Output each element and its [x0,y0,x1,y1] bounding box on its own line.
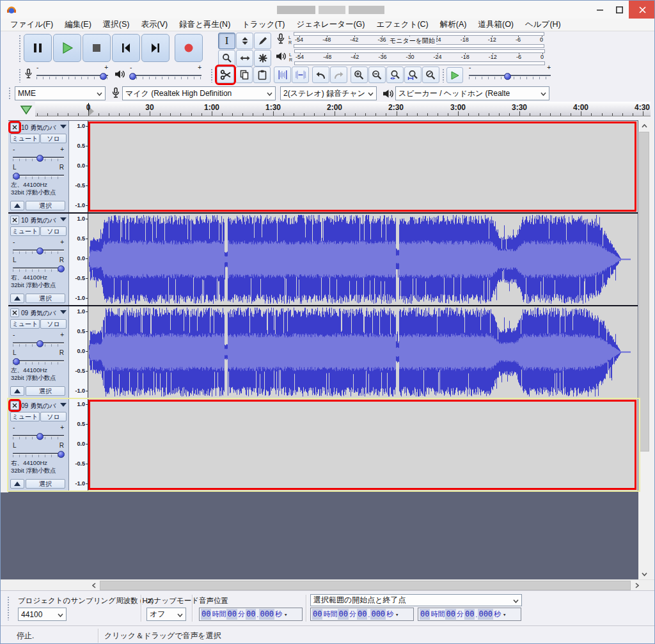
track-close-button[interactable] [10,401,19,410]
envelope-tool-button[interactable] [236,33,253,49]
skip-to-start-button[interactable] [112,34,140,62]
gain-slider[interactable]: - + [13,431,64,440]
selection-range-select[interactable]: 選択範囲の開始点と終了点 [310,594,522,606]
track-menu-arrow-icon[interactable] [60,125,67,129]
close-button[interactable] [629,1,655,19]
track-name[interactable]: 10 勇気のバ [21,216,59,225]
cut-button[interactable] [217,67,234,83]
vertical-scrollbar[interactable] [638,120,650,579]
vertical-scale-ruler[interactable]: 1.00.50.0-0.5-1.0 [69,121,88,212]
record-volume-slider[interactable]: - + [36,71,108,80]
select-button[interactable]: 選択 [26,294,65,303]
draw-tool-button[interactable] [254,33,271,49]
time-digits[interactable]: 00 [357,609,367,620]
toolbar-grip[interactable] [19,68,21,82]
menu-item[interactable]: ヘルプ(H) [519,18,567,31]
track-menu-arrow-icon[interactable] [60,310,67,314]
collapse-button[interactable] [10,479,24,489]
solo-button[interactable]: ソロ [40,134,67,143]
playback-device-select[interactable]: スピーカー / ヘッドホン (Realte [395,86,549,100]
toolbar-grip[interactable] [442,68,445,82]
time-digits[interactable]: 000 [370,609,386,620]
trim-outside-button[interactable] [274,67,291,83]
recording-device-select[interactable]: マイク (Realtek High Definition [122,86,276,100]
time-shift-tool-button[interactable] [236,50,253,67]
gain-slider[interactable]: - + [13,246,64,255]
pan-slider[interactable]: L R [13,171,64,180]
play-at-speed-button[interactable] [446,67,463,83]
toolbar-grip[interactable] [210,68,213,82]
time-digits[interactable]: 00 [246,609,256,620]
dropdown-arrow-icon[interactable]: ▾ [395,611,399,618]
time-digits[interactable]: 00 [201,609,211,620]
gain-slider[interactable]: - + [13,153,64,162]
solo-button[interactable]: ソロ [40,319,67,329]
paste-button[interactable] [253,67,271,83]
menu-item[interactable]: 表示(V) [135,18,173,31]
time-digits[interactable]: 000 [478,609,493,620]
copy-button[interactable] [235,67,253,83]
solo-button[interactable]: ソロ [40,226,67,236]
menu-item[interactable]: ファイル(F) [4,18,59,31]
menu-item[interactable]: 解析(A) [434,18,473,31]
horizontal-scrollbar[interactable] [1,579,655,591]
zoom-to-selection-button[interactable] [386,67,404,83]
recording-meter[interactable]: LR -54-48-42-36-30-24-18-12-60 モニターを開始 [276,32,544,48]
time-digits[interactable]: 00 [338,609,348,620]
track-name[interactable]: 09 勇気のバ [21,309,59,318]
project-rate-select[interactable]: 44100 [18,608,67,621]
selection-start-field[interactable]: 00時間00分00.000秒▾ [310,608,414,621]
select-button[interactable]: 選択 [26,479,65,489]
record-button[interactable] [175,34,203,62]
audio-host-select[interactable]: MME [15,86,106,100]
playback-volume-slider[interactable]: - + [130,71,201,80]
snap-mode-select[interactable]: オフ [146,608,186,621]
zoom-out-button[interactable] [368,67,386,83]
selection-tool-button[interactable]: I [218,33,235,49]
slider-thumb[interactable] [13,173,20,180]
mute-button[interactable]: ミュート [10,226,40,236]
time-digits[interactable]: 00 [420,609,430,620]
pause-button[interactable] [24,34,52,62]
time-ruler[interactable]: 0301:001:302:002:303:003:304:004:30 [35,102,651,116]
zoom-toggle-button[interactable] [422,67,439,83]
time-digits[interactable]: 00 [312,609,322,620]
track-waveform-area[interactable] [88,214,638,305]
stop-button[interactable] [83,34,111,62]
scrollbar-thumb[interactable] [639,132,649,452]
slider-thumb[interactable] [13,358,20,365]
undo-button[interactable] [312,67,329,83]
toolbar-grip[interactable] [19,35,21,63]
track-menu-arrow-icon[interactable] [60,217,67,221]
track-close-button[interactable] [10,308,19,317]
selection-end-field[interactable]: 00時間00分00.000秒▾ [418,608,521,621]
mute-button[interactable]: ミュート [10,134,40,143]
track-waveform-area[interactable] [88,306,638,398]
gain-slider[interactable]: - + [13,338,64,347]
playback-meter[interactable]: LR -54-48-42-36-30-24-18-12-60 [276,49,545,65]
zoom-tool-button[interactable] [218,50,235,67]
pan-slider[interactable]: L R [13,449,64,458]
time-digits[interactable]: 00 [445,609,455,620]
minimize-button[interactable] [590,1,610,19]
select-button[interactable]: 選択 [26,201,65,210]
menu-item[interactable]: 道具箱(O) [472,18,519,31]
menu-item[interactable]: 選択(S) [97,18,136,31]
play-speed-slider[interactable]: - + [469,71,551,80]
menu-item[interactable]: トラック(T) [236,18,290,31]
track-waveform-area[interactable] [88,121,638,212]
menu-item[interactable]: 編集(E) [59,18,97,31]
vertical-scale-ruler[interactable]: 1.00.50.0-0.5-1.0 [69,306,88,398]
play-button[interactable] [53,34,81,62]
zoom-in-button[interactable] [351,67,368,83]
collapse-button[interactable] [10,294,24,303]
scroll-right-icon[interactable] [631,581,642,590]
toolbar-grip[interactable] [8,87,11,100]
select-button[interactable]: 選択 [26,386,65,396]
scrollbar-thumb[interactable] [100,581,631,590]
vertical-scale-ruler[interactable]: 1.00.50.0-0.5-1.0 [69,214,88,305]
scroll-down-icon[interactable] [638,569,650,579]
time-digits[interactable]: 00 [464,609,475,620]
track-close-button[interactable] [10,216,19,224]
pan-slider[interactable]: L R [13,356,64,365]
